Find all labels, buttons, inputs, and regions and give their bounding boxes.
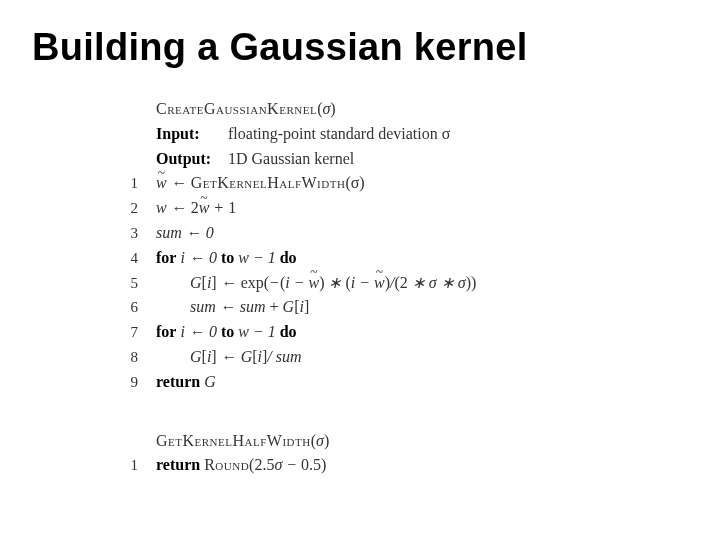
stmt: G[i] ← G[i]/ sum <box>190 345 302 370</box>
stmt: w ← GetKernelHalfWidth(σ) <box>156 171 365 196</box>
code-line: 9 return G <box>122 370 688 395</box>
proc-signature: CreateGaussianKernel(σ) <box>156 97 336 122</box>
input-label: Input: <box>156 122 228 147</box>
code-line: 1 return Round(2.5σ − 0.5) <box>122 453 688 478</box>
line-number: 9 <box>122 371 138 394</box>
proc2-arg: σ <box>316 432 324 449</box>
line-number: 1 <box>122 454 138 477</box>
slide-title: Building a Gaussian kernel <box>32 26 688 69</box>
stmt: for i ← 0 to w − 1 do <box>156 320 297 345</box>
output-label: Output: <box>156 147 228 172</box>
stmt: G[i] ← exp(−(i − w) ∗ (i − w)/(2 ∗ σ ∗ σ… <box>190 271 476 296</box>
proc-header: CreateGaussianKernel(σ) <box>122 97 688 122</box>
stmt: w ← 2w + 1 <box>156 196 236 221</box>
stmt: sum ← sum + G[i] <box>190 295 309 320</box>
input-row: Input: floating-point standard deviation… <box>122 122 688 147</box>
slide: Building a Gaussian kernel CreateGaussia… <box>0 0 720 498</box>
code-line: 7 for i ← 0 to w − 1 do <box>122 320 688 345</box>
round-call: Round <box>204 456 249 473</box>
line-number: 7 <box>122 321 138 344</box>
code-line: 3 sum ← 0 <box>122 221 688 246</box>
separator <box>122 395 688 429</box>
code-line: 8 G[i] ← G[i]/ sum <box>122 345 688 370</box>
line-number: 8 <box>122 346 138 369</box>
code-line: 6 sum ← sum + G[i] <box>122 295 688 320</box>
algorithm-create-gaussian-kernel: CreateGaussianKernel(σ) Input: floating-… <box>122 97 688 478</box>
proc-arg-close: ) <box>330 100 335 117</box>
line-number: 6 <box>122 296 138 319</box>
proc2-header: GetKernelHalfWidth(σ) <box>122 429 688 454</box>
stmt: return G <box>156 370 216 395</box>
code-line: 4 for i ← 0 to w − 1 do <box>122 246 688 271</box>
proc2-name: GetKernelHalfWidth <box>156 432 311 449</box>
line-number: 2 <box>122 197 138 220</box>
code-line: 5 G[i] ← exp(−(i − w) ∗ (i − w)/(2 ∗ σ ∗… <box>122 271 688 296</box>
code-line: 2 w ← 2w + 1 <box>122 196 688 221</box>
line-number: 4 <box>122 247 138 270</box>
line-number: 3 <box>122 222 138 245</box>
proc-name: CreateGaussianKernel <box>156 100 317 117</box>
line-number: 1 <box>122 172 138 195</box>
proc2-signature: GetKernelHalfWidth(σ) <box>156 429 329 454</box>
stmt: return Round(2.5σ − 0.5) <box>156 453 326 478</box>
stmt: for i ← 0 to w − 1 do <box>156 246 297 271</box>
call-name: GetKernelHalfWidth <box>191 174 346 191</box>
output-row: Output: 1D Gaussian kernel <box>122 147 688 172</box>
line-number: 5 <box>122 272 138 295</box>
stmt: sum ← 0 <box>156 221 214 246</box>
input-text: floating-point standard deviation σ <box>228 122 450 147</box>
output-text: 1D Gaussian kernel <box>228 147 354 172</box>
